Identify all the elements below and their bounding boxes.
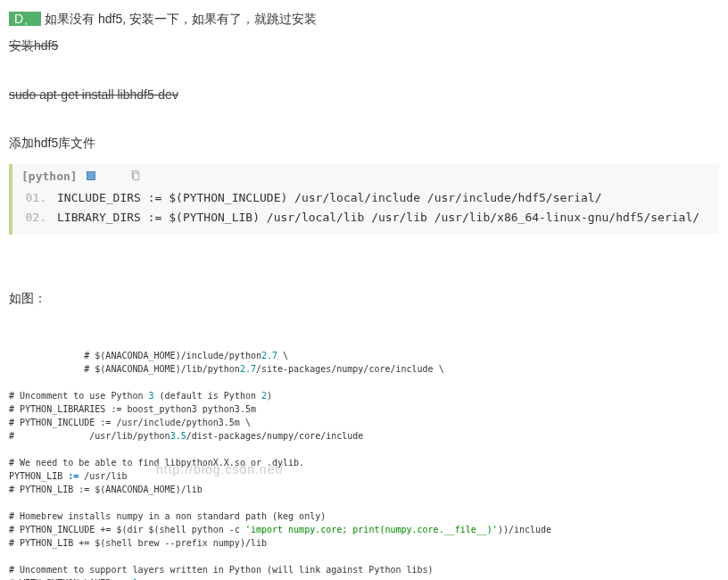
- add-hdf5-lib-heading: 添加hdf5库文件: [9, 133, 719, 153]
- spacer: [9, 63, 719, 85]
- code-block: [python] 01.INCLUDE_DIRS := $(PYTHON_INC…: [9, 164, 719, 235]
- copy-icon[interactable]: [129, 170, 142, 182]
- view-plain-icon[interactable]: [85, 170, 97, 182]
- hdf5-step-text: 如果没有 hdf5, 安装一下，如果有了，就跳过安装: [45, 12, 317, 26]
- as-image-label: 如图：: [9, 288, 719, 308]
- code-body: 01.INCLUDE_DIRS := $(PYTHON_INCLUDE) /us…: [12, 188, 719, 235]
- spacer: [9, 112, 719, 133]
- code-lang-label: [python]: [21, 170, 78, 183]
- code-text[interactable]: LIBRARY_DIRS := $(PYTHON_LIB) /usr/local…: [57, 208, 699, 228]
- code-line: 02.LIBRARY_DIRS := $(PYTHON_LIB) /usr/lo…: [21, 208, 710, 228]
- makefile-config-preview: http://blog.csdn.net/ # $(ANACONDA_HOME)…: [9, 322, 719, 580]
- svg-rect-2: [133, 173, 138, 180]
- hdf5-step-note: D、如果没有 hdf5, 安装一下，如果有了，就跳过安装: [9, 9, 719, 29]
- svg-rect-0: [87, 172, 95, 180]
- code-text[interactable]: INCLUDE_DIRS := $(PYTHON_INCLUDE) /usr/l…: [57, 188, 601, 208]
- spacer: [9, 245, 719, 267]
- code-header: [python]: [12, 164, 719, 188]
- install-hdf5-heading: 安装hdf5: [9, 36, 719, 55]
- install-hdf5-cmd: sudo apt-get install libhdf5-dev: [9, 85, 719, 104]
- spacer: [9, 267, 719, 288]
- step-badge-d: D、: [9, 12, 41, 26]
- code-line: 01.INCLUDE_DIRS := $(PYTHON_INCLUDE) /us…: [21, 188, 710, 208]
